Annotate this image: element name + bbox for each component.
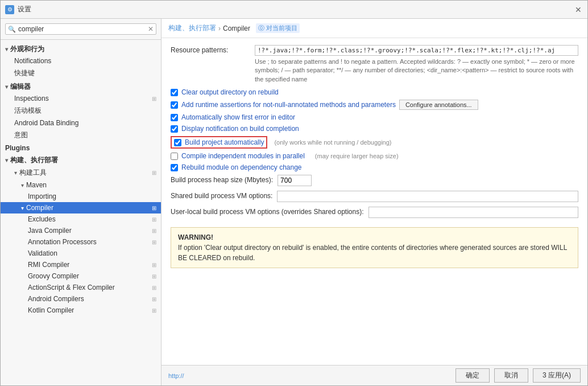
checkbox-clear-output: Clear output directory on rebuild xyxy=(171,88,578,96)
display-notification-label[interactable]: Display notification on build completion xyxy=(181,125,299,133)
sidebar-item-actionscript[interactable]: ActionScript & Flex Compiler ⊞ xyxy=(1,282,161,293)
sidebar-item-android-compilers[interactable]: Android Compilers ⊞ xyxy=(1,293,161,305)
sidebar-item-kuaijiejian[interactable]: 快捷键 xyxy=(1,67,161,80)
user-local-vm-input[interactable] xyxy=(368,207,579,218)
user-local-vm-row: User-local build process VM options (ove… xyxy=(171,207,578,218)
heap-size-row: Build process heap size (Mbytes): xyxy=(171,175,578,186)
sidebar-label-editor: 编辑器 xyxy=(10,82,31,92)
display-notification-checkbox[interactable] xyxy=(171,125,178,133)
clear-output-checkbox[interactable] xyxy=(171,89,178,96)
sidebar-item-yitu[interactable]: 意图 xyxy=(1,129,161,142)
title-bar: ⚙ 设置 ✕ xyxy=(1,1,587,19)
sidebar-content: ▾ 外观和行为 Notifications 快捷键 ▾ 编辑器 Inspecti… xyxy=(1,40,161,385)
sidebar-section-build[interactable]: ▾ 构建、执行部署 xyxy=(1,153,161,166)
user-local-vm-label: User-local build process VM options (ove… xyxy=(171,207,364,216)
show-first-error-label[interactable]: Automatically show first error in editor xyxy=(181,113,295,121)
checkbox-show-first-error: Automatically show first error in editor xyxy=(171,113,578,121)
compile-parallel-hint: (may require larger heap size) xyxy=(315,153,399,159)
expand-arrow-build: ▾ xyxy=(5,157,8,163)
sidebar-item-build-tools[interactable]: ▾ 构建工具 ⊞ xyxy=(1,166,161,179)
add-runtime-label[interactable]: Add runtime assertions for not-null-anno… xyxy=(181,101,396,109)
settings-icon: ⚙ xyxy=(5,5,14,14)
sidebar-item-huodong[interactable]: 活动模板 xyxy=(1,104,161,117)
expand-arrow-editor: ▾ xyxy=(5,84,8,90)
sidebar-item-importing[interactable]: Importing xyxy=(1,191,161,202)
sidebar-label-notifications: Notifications xyxy=(14,57,51,65)
add-runtime-checkbox[interactable] xyxy=(171,101,178,109)
sidebar-item-android-data[interactable]: Android Data Binding xyxy=(1,117,161,129)
sidebar-item-java-compiler[interactable]: Java Compiler ⊞ xyxy=(1,225,161,236)
main-content: 构建、执行部署 › Compiler ⓪ 对当前项目 Resource patt… xyxy=(162,19,587,385)
page-icon-annotation: ⊞ xyxy=(152,239,156,245)
page-icon-android: ⊞ xyxy=(152,296,156,302)
sidebar-item-kotlin[interactable]: Kotlin Compiler ⊞ xyxy=(1,305,161,316)
resource-patterns-label: Resource patterns: xyxy=(171,45,250,54)
sidebar-item-groovy[interactable]: Groovy Compiler ⊞ xyxy=(1,270,161,282)
sidebar-item-inspections[interactable]: Inspections ⊞ xyxy=(1,93,161,104)
sidebar-label-android-compilers: Android Compilers xyxy=(28,295,84,303)
page-icon-compiler: ⊞ xyxy=(152,205,156,211)
sidebar-section-plugins[interactable]: Plugins xyxy=(1,142,161,153)
sidebar-item-notifications[interactable]: Notifications xyxy=(1,55,161,67)
window-body: 🔍 ✕ ▾ 外观和行为 Notifications 快捷键 xyxy=(1,19,587,385)
build-auto-checkbox[interactable] xyxy=(174,139,181,146)
breadcrumb-tag: ⓪ 对当前项目 xyxy=(256,23,300,33)
compile-parallel-label[interactable]: Compile independent modules in parallel xyxy=(181,152,305,160)
sidebar-label-actionscript: ActionScript & Flex Compiler xyxy=(28,284,115,291)
sidebar: 🔍 ✕ ▾ 外观和行为 Notifications 快捷键 xyxy=(1,19,162,385)
sidebar-label-waiguan: 外观和行为 xyxy=(10,44,44,54)
breadcrumb-parent[interactable]: 构建、执行部署 xyxy=(168,23,216,33)
configure-annotations-button[interactable]: Configure annotations... xyxy=(399,100,478,110)
shared-vm-label: Shared build process VM options: xyxy=(171,191,272,200)
search-input[interactable] xyxy=(18,25,148,33)
footer-link[interactable]: http:// xyxy=(168,372,184,379)
sidebar-item-excludes[interactable]: Excludes ⊞ xyxy=(1,213,161,225)
checkbox-display-notification: Display notification on build completion xyxy=(171,125,578,133)
sidebar-section-editor[interactable]: ▾ 编辑器 xyxy=(1,80,161,93)
sidebar-label-build-tools: 构建工具 xyxy=(19,168,47,178)
rebuild-dependency-checkbox[interactable] xyxy=(171,164,178,171)
sidebar-label-kotlin: Kotlin Compiler xyxy=(28,306,74,314)
sidebar-label-java-compiler: Java Compiler xyxy=(28,227,72,235)
rebuild-dependency-label[interactable]: Rebuild module on dependency change xyxy=(181,163,302,171)
show-first-error-checkbox[interactable] xyxy=(171,114,178,121)
page-icon-actionscript: ⊞ xyxy=(152,285,156,291)
sidebar-label-huodong: 活动模板 xyxy=(14,106,42,116)
sidebar-section-waiguan[interactable]: ▾ 外观和行为 xyxy=(1,42,161,55)
sidebar-label-compiler: Compiler xyxy=(26,204,53,212)
search-box: 🔍 ✕ xyxy=(1,19,161,40)
apply-button[interactable]: 3 应用(A) xyxy=(533,368,581,383)
sidebar-label-yitu: 意图 xyxy=(14,130,28,140)
warning-body: If option 'Clear output directory on reb… xyxy=(178,243,571,263)
settings-panel: Resource patterns: Use ; to separate pat… xyxy=(162,38,587,365)
heap-size-input[interactable] xyxy=(278,175,312,186)
page-icon-excludes: ⊞ xyxy=(152,216,156,223)
sidebar-label-kuaijiejian: 快捷键 xyxy=(14,68,35,78)
sidebar-item-annotation[interactable]: Annotation Processors ⊞ xyxy=(1,236,161,248)
compile-parallel-checkbox[interactable] xyxy=(171,153,178,160)
sidebar-item-maven[interactable]: ▾ Maven xyxy=(1,179,161,191)
sidebar-item-rmi[interactable]: RMI Compiler ⊞ xyxy=(1,259,161,270)
cancel-button[interactable]: 取消 xyxy=(494,368,528,383)
breadcrumb: 构建、执行部署 › Compiler ⓪ 对当前项目 xyxy=(162,19,587,38)
resource-patterns-field: Use ; to separate patterns and ! to nega… xyxy=(255,45,578,84)
build-auto-highlight-box: Build project automatically xyxy=(171,136,267,149)
ok-button[interactable]: 确定 xyxy=(456,368,490,383)
sidebar-item-compiler[interactable]: ▾ Compiler ⊞ xyxy=(1,202,161,213)
sidebar-item-validation[interactable]: Validation xyxy=(1,248,161,259)
checkbox-build-auto-row: Build project automatically (only works … xyxy=(171,136,578,149)
expand-arrow-compiler: ▾ xyxy=(21,205,24,211)
title-bar-left: ⚙ 设置 xyxy=(5,5,31,14)
shared-vm-row: Shared build process VM options: xyxy=(171,191,578,202)
search-input-wrap: 🔍 ✕ xyxy=(5,23,156,35)
shared-vm-input[interactable] xyxy=(277,191,578,202)
clear-output-label[interactable]: Clear output directory on rebuild xyxy=(181,88,279,96)
resource-patterns-input[interactable] xyxy=(255,45,578,56)
close-button[interactable]: ✕ xyxy=(574,5,583,14)
sidebar-label-build: 构建、执行部署 xyxy=(10,155,58,165)
footer: http:// 确定 取消 3 应用(A) xyxy=(162,365,587,385)
page-icon: ⊞ xyxy=(152,96,156,102)
sidebar-label-maven: Maven xyxy=(26,181,47,189)
build-auto-label[interactable]: Build project automatically xyxy=(185,138,264,146)
search-clear-icon[interactable]: ✕ xyxy=(148,25,154,33)
